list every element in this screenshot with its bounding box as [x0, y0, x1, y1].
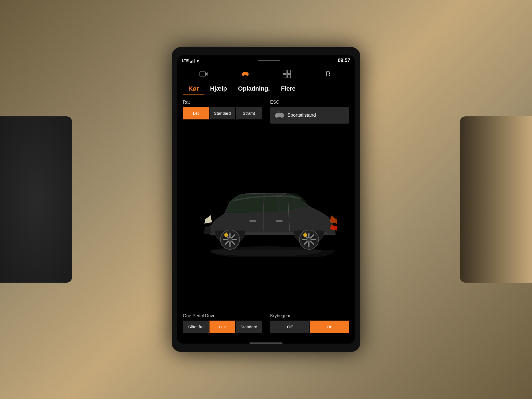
network-indicator: LTE: [182, 58, 189, 63]
esc-car-icon: OFF: [275, 110, 285, 120]
svg-rect-6: [283, 75, 286, 78]
rat-label: Rat: [183, 100, 262, 105]
rat-let-button[interactable]: Let: [183, 107, 209, 119]
svg-rect-5: [287, 70, 291, 73]
rat-standard-button[interactable]: Standard: [209, 107, 236, 119]
rat-button-group: Let Standard Stramt: [183, 107, 262, 119]
svg-rect-0: [200, 72, 205, 76]
svg-point-9: [281, 116, 283, 118]
main-content: Rat Let Standard Stramt ESC: [177, 95, 355, 340]
svg-text:OFF: OFF: [275, 115, 279, 117]
svg-point-29: [307, 237, 311, 242]
clock: 09.57: [338, 58, 350, 63]
krybegear-label: Krybegear: [270, 313, 349, 318]
krybegear-off-button[interactable]: Off: [270, 321, 310, 333]
r-nav-icon[interactable]: R: [321, 68, 335, 80]
rat-stramt-button[interactable]: Stramt: [236, 107, 262, 119]
status-bar: LTE ➤ 09.57: [177, 55, 355, 66]
one-pedal-slaet-fra-button[interactable]: Slået fra: [183, 321, 209, 333]
svg-rect-15: [276, 220, 283, 222]
camera-nav-icon[interactable]: [197, 68, 211, 80]
svg-marker-1: [205, 72, 208, 76]
tablet-screen: LTE ➤ 09.57: [177, 55, 355, 344]
svg-rect-4: [283, 70, 286, 73]
bottom-controls: One Pedal Drive Slået fra Lav Standard K…: [183, 311, 349, 336]
tab-hjaelp[interactable]: Hjælp: [204, 82, 232, 95]
one-pedal-group: One Pedal Drive Slået fra Lav Standard: [183, 313, 262, 333]
krybegear-on-button[interactable]: On: [310, 321, 349, 333]
home-indicator: [249, 342, 283, 344]
svg-point-22: [228, 237, 232, 242]
tab-koer[interactable]: Kør: [183, 82, 204, 95]
tab-opladning[interactable]: Opladning.: [232, 82, 275, 95]
one-pedal-lav-button[interactable]: Lav: [209, 321, 236, 333]
car-display: [183, 126, 349, 311]
grid-nav-icon[interactable]: [280, 68, 294, 80]
esc-sportstilstand-button[interactable]: OFF Sportstilstand: [270, 107, 349, 124]
top-navigation: R: [177, 66, 355, 82]
esc-label: ESC: [270, 100, 349, 105]
r-label: R: [326, 70, 331, 78]
svg-point-2: [243, 75, 244, 76]
status-left: LTE ➤: [182, 58, 200, 63]
krybegear-group: Krybegear Off On: [270, 313, 349, 333]
car-interior: LTE ➤ 09.57: [0, 0, 532, 399]
one-pedal-standard-button[interactable]: Standard: [236, 321, 262, 333]
bottom-controls-row: One Pedal Drive Slået fra Lav Standard K…: [183, 313, 349, 333]
controls-row: Rat Let Standard Stramt ESC: [183, 100, 349, 124]
car-nav-icon[interactable]: [238, 68, 252, 80]
one-pedal-label: One Pedal Drive: [183, 313, 262, 318]
krybegear-button-group: Off On: [270, 321, 349, 333]
svg-point-3: [247, 75, 248, 76]
tablet-device: LTE ➤ 09.57: [172, 47, 360, 352]
right-speaker: [460, 116, 532, 283]
one-pedal-button-group: Slået fra Lav Standard: [183, 321, 262, 333]
tab-menu: Kør Hjælp Opladning. Flere: [177, 82, 355, 95]
car-image: [188, 179, 344, 258]
home-pill: [258, 60, 280, 61]
navigation-arrow-icon: ➤: [196, 58, 200, 63]
left-speaker: [0, 116, 72, 283]
esc-button-label: Sportstilstand: [287, 112, 316, 118]
esc-control-group: ESC OFF: [270, 100, 349, 124]
signal-bars: [190, 59, 195, 63]
tab-flere[interactable]: Flere: [275, 82, 301, 95]
rat-control-group: Rat Let Standard Stramt: [183, 100, 262, 124]
svg-rect-7: [287, 75, 291, 78]
svg-rect-14: [249, 220, 256, 222]
